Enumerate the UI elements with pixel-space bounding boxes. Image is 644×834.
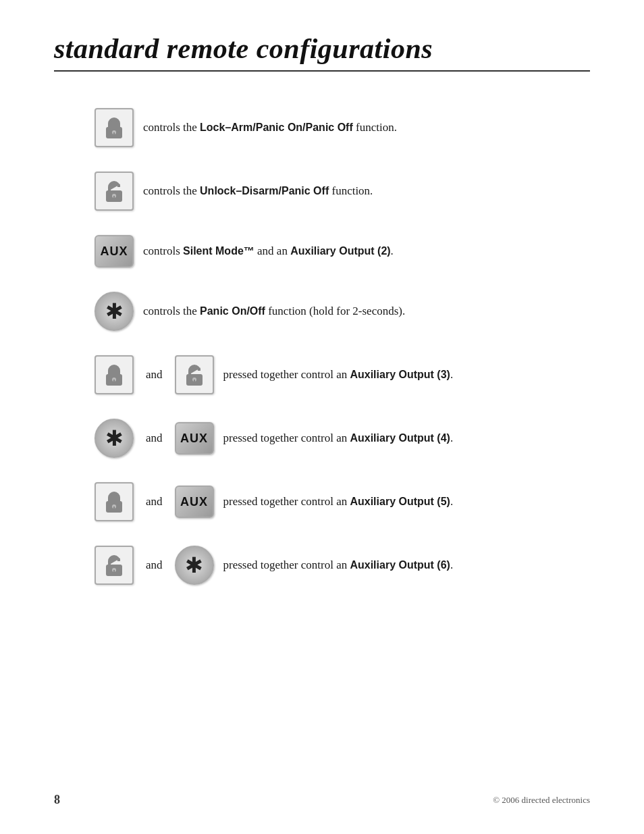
bold-text: Unlock–Disarm/Panic Off — [200, 185, 329, 197]
item-description: pressed together control an Auxiliary Ou… — [223, 429, 454, 447]
bold-text: Panic On/Off — [200, 305, 265, 317]
item-description: pressed together control an Auxiliary Ou… — [223, 366, 454, 384]
aux-label: AUX — [180, 495, 208, 509]
bold-text: Auxiliary Output (3) — [350, 369, 450, 380]
bold-text: Auxiliary Output (5) — [350, 496, 450, 507]
and-connector: and — [146, 432, 163, 445]
svg-rect-11 — [194, 380, 195, 383]
bold-text2: Auxiliary Output (2) — [290, 245, 390, 257]
star-symbol: ✱ — [105, 427, 124, 449]
item-description: controls the Unlock–Disarm/Panic Off fun… — [143, 182, 373, 200]
list-item: controls the Lock–Arm/Panic On/Panic Off… — [54, 96, 590, 159]
item-description: controls Silent Mode™ and an Auxiliary O… — [143, 242, 394, 260]
lock-closed-icon — [95, 355, 134, 394]
lock-open-icon — [175, 355, 214, 394]
footer: 8 © 2006 directed electronics — [54, 793, 590, 807]
list-item: AUX controls Silent Mode™ and an Auxilia… — [54, 223, 590, 280]
list-item: and ✱ pressed together control an Auxili… — [54, 533, 590, 597]
lock-closed-icon — [95, 482, 134, 521]
page: standard remote configurations controls … — [0, 0, 644, 834]
svg-rect-17 — [113, 570, 115, 573]
svg-rect-5 — [113, 196, 115, 199]
star-icon: ✱ — [95, 292, 134, 331]
aux-label: AUX — [180, 432, 208, 446]
item-description: controls the Lock–Arm/Panic On/Panic Off… — [143, 119, 397, 136]
aux-icon: AUX — [95, 235, 134, 267]
star-icon: ✱ — [95, 419, 134, 458]
bold-text: Silent Mode™ — [183, 245, 254, 257]
items-list: controls the Lock–Arm/Panic On/Panic Off… — [54, 96, 590, 597]
item-description: controls the Panic On/Off function (hold… — [143, 303, 405, 320]
svg-rect-2 — [113, 132, 115, 136]
item-description: pressed together control an Auxiliary Ou… — [223, 556, 454, 574]
aux-icon: AUX — [175, 486, 214, 518]
page-number: 8 — [54, 793, 60, 807]
bold-text: Auxiliary Output (4) — [350, 432, 450, 444]
and-connector: and — [146, 495, 163, 509]
star-symbol: ✱ — [185, 554, 203, 576]
star-icon: ✱ — [175, 546, 214, 585]
bold-text: Auxiliary Output (6) — [350, 559, 450, 571]
aux-icon: AUX — [175, 422, 214, 454]
list-item: ✱ controls the Panic On/Off function (ho… — [54, 280, 590, 343]
svg-rect-14 — [113, 506, 115, 510]
list-item: ✱ and AUX pressed together control an Au… — [54, 407, 590, 470]
lock-closed-icon — [95, 108, 134, 147]
copyright: © 2006 directed electronics — [493, 795, 590, 806]
star-symbol: ✱ — [105, 301, 124, 322]
aux-label: AUX — [100, 244, 128, 259]
item-description: pressed together control an Auxiliary Ou… — [223, 493, 454, 511]
and-connector: and — [146, 368, 163, 382]
list-item: and pressed together control an Auxiliar… — [54, 343, 590, 407]
page-title: standard remote configurations — [54, 32, 590, 72]
bold-text: Lock–Arm/Panic On/Panic Off — [200, 122, 353, 133]
list-item: controls the Unlock–Disarm/Panic Off fun… — [54, 159, 590, 223]
lock-open-icon — [95, 546, 134, 585]
svg-rect-8 — [113, 380, 115, 383]
lock-open-icon — [95, 172, 134, 211]
and-connector: and — [146, 558, 163, 572]
list-item: and AUX pressed together control an Auxi… — [54, 470, 590, 533]
